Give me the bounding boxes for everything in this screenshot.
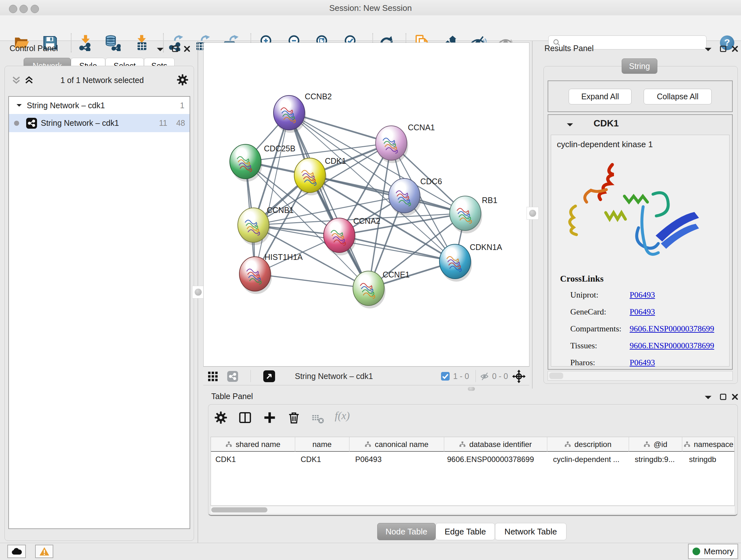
table-panel-title: Table Panel [211, 392, 253, 401]
cell-canonical-name[interactable]: P06493 [355, 455, 441, 464]
string-network-icon [26, 118, 37, 129]
network-options-gear-icon[interactable] [176, 73, 189, 86]
table-hscrollbar[interactable] [211, 506, 735, 514]
network-graph[interactable]: CCNB2CCNA1CDC25BCDK1CDC6RB1CCNB1CCNA2CDK… [204, 43, 529, 366]
function-builder-button[interactable]: f(x) [335, 410, 350, 422]
cell-namespace[interactable]: stringdb [689, 455, 734, 464]
tab-network-table[interactable]: Network Table [495, 523, 566, 540]
panel-collapse-icon[interactable] [704, 46, 712, 53]
crosslink-genecard-link[interactable]: P06493 [630, 307, 655, 317]
node-label: CCNA2 [353, 216, 381, 226]
network-node-ccne1[interactable]: CCNE1 [353, 270, 410, 308]
column-header-namespace[interactable]: namespace [682, 437, 735, 452]
delete-column-icon[interactable] [287, 411, 301, 425]
results-panel-title: Results Panel [544, 44, 594, 53]
gene-description: cyclin-dependent kinase 1 [557, 139, 653, 149]
delete-table-icon[interactable] [312, 412, 324, 425]
table-settings-gear-icon[interactable] [214, 411, 228, 425]
expand-all-button[interactable]: Expand All [569, 89, 631, 105]
show-columns-icon[interactable] [238, 411, 252, 425]
collection-count: 1 [180, 101, 185, 110]
hidden-eye-icon[interactable] [480, 372, 490, 381]
cell-id[interactable]: stringdb:9... [635, 455, 679, 464]
panel-close-icon[interactable] [731, 45, 739, 53]
cell-shared-name[interactable]: CDK1 [215, 455, 292, 464]
results-hscrollbar[interactable] [548, 371, 733, 381]
protein-structure-image [556, 158, 722, 269]
node-table[interactable]: shared name name canonical name database… [211, 437, 735, 506]
column-header-shared-name[interactable]: shared name [211, 437, 295, 452]
column-header-id[interactable]: @id [629, 437, 682, 452]
tree-expand-icon[interactable] [16, 103, 22, 108]
column-type-icon [459, 441, 466, 448]
tab-edge-table[interactable]: Edge Table [435, 523, 495, 540]
node-label: CCNE1 [383, 270, 410, 279]
network-node-rb1[interactable]: RB1 [450, 196, 497, 233]
panel-close-icon[interactable] [183, 45, 191, 53]
crosslink-compartments-link[interactable]: 9606.ENSP00000378699 [630, 324, 714, 334]
cell-description[interactable]: cyclin-dependent ... [553, 455, 626, 464]
warnings-button[interactable] [35, 545, 53, 558]
network-node-cdkn1a[interactable]: CDKN1A [440, 243, 502, 282]
splitter-grip[interactable] [527, 207, 539, 220]
column-type-icon [364, 441, 372, 448]
tab-string-results[interactable]: String [622, 58, 657, 74]
network-node-cdc25b[interactable]: CDC25B [230, 144, 295, 182]
window-title: Session: New Session [0, 3, 741, 13]
crosslink-pharos-link[interactable]: P06493 [630, 358, 655, 368]
splitter-grip[interactable] [192, 286, 204, 299]
network-node-cdc6[interactable]: CDC6 [389, 177, 442, 216]
grid-view-icon[interactable] [207, 371, 218, 382]
gene-name: CDK1 [594, 118, 619, 129]
fit-content-crosshair-icon[interactable] [512, 370, 526, 383]
memory-status-dot [692, 548, 700, 555]
network-view-share-icon[interactable] [227, 371, 238, 382]
network-node-ccnb1[interactable]: CCNB1 [238, 206, 294, 245]
open-in-window-icon[interactable] [263, 370, 275, 382]
toolbar-divider [251, 370, 251, 382]
table-row[interactable]: CDK1 CDK1 P06493 9606.ENSP00000378699 cy… [211, 452, 734, 466]
control-panel: Control Panel Network Style Select Sets … [0, 41, 198, 543]
memory-label: Memory [704, 547, 734, 557]
network-collection-row[interactable]: String Network – cdk1 1 [9, 97, 190, 114]
collapse-all-networks-icon[interactable] [11, 75, 21, 85]
panel-collapse-icon[interactable] [156, 46, 164, 53]
column-header-canonical-name[interactable]: canonical name [349, 437, 444, 452]
column-type-icon [564, 441, 571, 448]
crosslinks-title: CrossLinks [560, 273, 603, 284]
crosslink-tissues-link[interactable]: 9606.ENSP00000378699 [630, 341, 714, 351]
add-column-icon[interactable] [263, 411, 277, 425]
cell-name[interactable]: CDK1 [300, 455, 347, 464]
crosslink-uniprot-link[interactable]: P06493 [630, 290, 655, 300]
panel-collapse-icon[interactable] [704, 394, 712, 401]
memory-button[interactable]: Memory [688, 544, 738, 559]
selected-nodes-checkbox[interactable] [441, 372, 450, 381]
collapse-all-button[interactable]: Collapse All [644, 89, 712, 105]
column-header-name[interactable]: name [295, 437, 349, 452]
network-view-title: String Network – cdk1 [295, 372, 373, 381]
scrollbar-thumb[interactable] [211, 507, 267, 512]
gene-card: cyclin-dependent kinase 1 CrossLinks Uni… [551, 135, 730, 367]
network-node-hist1h1a[interactable]: HIST1H1A [239, 253, 303, 294]
network-canvas[interactable]: CCNB2CCNA1CDC25BCDK1CDC6RB1CCNB1CCNA2CDK… [203, 43, 529, 367]
node-label: CCNB2 [305, 92, 332, 101]
network-node-ccna2[interactable]: CCNA2 [324, 216, 381, 255]
panel-close-icon[interactable] [731, 393, 739, 401]
network-row[interactable]: String Network – cdk1 11 48 [9, 114, 190, 132]
cell-database-identifier[interactable]: 9606.ENSP00000378699 [447, 455, 545, 464]
network-selection-status: 1 of 1 Network selected [38, 76, 166, 85]
expand-all-networks-icon[interactable] [24, 75, 34, 85]
tab-node-table[interactable]: Node Table [377, 523, 435, 540]
column-header-description[interactable]: description [547, 437, 629, 452]
cloud-status-button[interactable] [7, 545, 26, 558]
section-collapse-icon[interactable] [566, 122, 574, 128]
table-panel: Table Panel f(x) shared name name canoni… [203, 388, 741, 543]
panel-float-icon[interactable] [719, 393, 727, 401]
network-node-ccnb2[interactable]: CCNB2 [273, 92, 332, 133]
network-view-toolbar: String Network – cdk1 1 - 0 0 - 0 [203, 367, 529, 385]
panel-float-icon[interactable] [172, 45, 179, 53]
network-node-cdk1[interactable]: CDK1 [294, 157, 346, 195]
scrollbar-thumb[interactable] [549, 373, 563, 379]
column-header-database-identifier[interactable]: database identifier [444, 437, 547, 452]
panel-float-icon[interactable] [719, 45, 727, 53]
